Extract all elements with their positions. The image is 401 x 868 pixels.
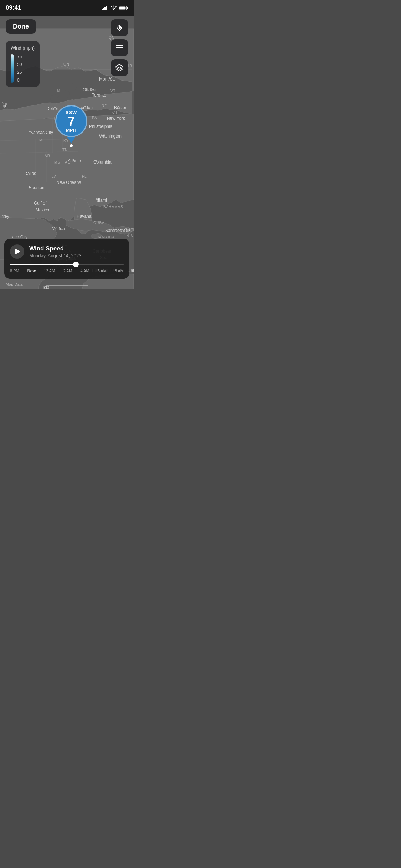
play-button[interactable] bbox=[10, 244, 24, 259]
panel-title: Wind Speed bbox=[29, 245, 81, 252]
svg-rect-13 bbox=[127, 7, 128, 9]
slider-thumb bbox=[73, 262, 79, 267]
time-12am: 12 AM bbox=[44, 269, 55, 273]
time-6am: 6 AM bbox=[98, 269, 107, 273]
time-2am: 2 AM bbox=[63, 269, 72, 273]
dallas-dot bbox=[26, 172, 27, 173]
time-labels: 8 PM Now 12 AM 2 AM 4 AM 6 AM 8 AM bbox=[10, 269, 124, 273]
list-icon bbox=[115, 45, 123, 51]
wind-legend-title: Wind (mph) bbox=[11, 45, 35, 51]
wind-unit: MPH bbox=[66, 128, 77, 133]
wind-legend-bar bbox=[11, 54, 14, 83]
layers-list-button[interactable] bbox=[111, 39, 128, 56]
wind-label-25: 25 bbox=[17, 70, 22, 75]
svg-rect-14 bbox=[119, 6, 126, 9]
status-time: 09:41 bbox=[6, 4, 21, 11]
wind-legend-labels: 75 50 25 0 bbox=[17, 54, 22, 83]
wind-pin-circle: SSW 7 MPH bbox=[55, 105, 87, 137]
slider-track bbox=[10, 264, 124, 265]
wind-label-0: 0 bbox=[17, 78, 22, 83]
wifi-icon bbox=[111, 5, 117, 10]
time-8pm: 8 PM bbox=[10, 269, 19, 273]
signal-icon bbox=[102, 5, 109, 10]
svg-rect-10 bbox=[104, 7, 106, 10]
battery-icon bbox=[119, 6, 128, 10]
montreal-dot bbox=[109, 77, 110, 79]
status-icons bbox=[102, 5, 128, 10]
time-4am: 4 AM bbox=[81, 269, 89, 273]
svg-rect-8 bbox=[102, 9, 103, 10]
bottom-panel: Wind Speed Monday, August 14, 2023 8 PM … bbox=[4, 239, 129, 279]
panel-text: Wind Speed Monday, August 14, 2023 bbox=[29, 245, 81, 258]
time-8am: 8 AM bbox=[115, 269, 124, 273]
wind-pin: SSW 7 MPH bbox=[55, 105, 87, 147]
columbia-dot bbox=[96, 160, 97, 162]
panel-top: Wind Speed Monday, August 14, 2023 bbox=[10, 244, 124, 259]
home-indicator bbox=[46, 285, 88, 286]
status-bar: 09:41 bbox=[0, 0, 134, 16]
philadelphia-dot bbox=[97, 125, 99, 126]
stack-layers-button[interactable] bbox=[111, 59, 128, 76]
washington-dot bbox=[103, 134, 105, 136]
location-icon bbox=[115, 24, 123, 32]
boston-dot bbox=[118, 106, 119, 107]
svg-rect-9 bbox=[103, 8, 104, 10]
wind-legend-body: 75 50 25 0 bbox=[11, 54, 35, 83]
merida-dot bbox=[59, 227, 60, 228]
wind-pin-dot bbox=[70, 144, 73, 147]
time-now: Now bbox=[27, 269, 36, 273]
slider-fill bbox=[10, 264, 76, 265]
layers-icon bbox=[115, 64, 124, 71]
newyork-dot bbox=[110, 117, 111, 118]
top-right-buttons bbox=[111, 19, 128, 76]
kansascity-dot bbox=[29, 131, 31, 132]
neworleans-dot bbox=[61, 181, 62, 182]
wind-label-50: 50 bbox=[17, 62, 22, 67]
atlanta-dot bbox=[73, 159, 74, 161]
houston-dot bbox=[29, 186, 30, 187]
timeline-slider[interactable] bbox=[10, 264, 124, 265]
panel-date: Monday, August 14, 2023 bbox=[29, 253, 81, 258]
toronto-dot bbox=[97, 94, 98, 95]
map-data-label: Map Data bbox=[6, 282, 23, 286]
havana-dot bbox=[81, 215, 83, 216]
wind-label-75: 75 bbox=[17, 54, 22, 59]
done-button[interactable]: Done bbox=[6, 19, 36, 34]
svg-rect-11 bbox=[106, 6, 107, 10]
wind-legend: Wind (mph) 75 50 25 0 bbox=[6, 41, 40, 87]
location-button[interactable] bbox=[111, 19, 128, 36]
ottawa-dot bbox=[90, 88, 92, 89]
wind-pin-tail bbox=[67, 137, 76, 143]
wind-speed: 7 bbox=[68, 115, 75, 128]
miami-dot bbox=[97, 198, 99, 200]
